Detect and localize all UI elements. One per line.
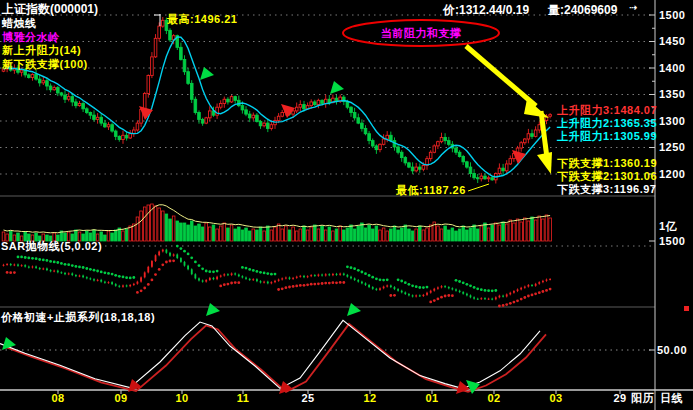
symbol-title: 上证指数(000001) [2, 1, 98, 18]
sar-pane-label: SAR抛物线(5,0.02) [1, 240, 102, 253]
price-tick-1350: 1350 [659, 88, 685, 101]
level-label-1: 上升阻力2:1365.35 [557, 117, 657, 130]
date-label-02: 02 [482, 392, 506, 405]
last-volume: 量:24069609 [548, 2, 617, 19]
level-label-5: 下跌支撑3:1196.97 [557, 183, 656, 196]
price-tick-1400: 1400 [659, 62, 685, 75]
sar-axis-label: 1500 [659, 235, 685, 248]
pointer-icon: ⇢ [629, 1, 638, 14]
date-label-03: 03 [544, 392, 568, 405]
date-label-08: 08 [46, 392, 70, 405]
osc-axis-label: 50.00 [657, 344, 687, 357]
legend-item-1: 博雅分水岭 [2, 31, 60, 44]
price-tick-1250: 1250 [659, 141, 685, 154]
calendar-button[interactable]: 阳历 [631, 392, 654, 405]
price-tick-1500: 1500 [659, 9, 685, 22]
legend-item-0: 蜡烛线 [2, 17, 37, 30]
legend-item-3: 新下跌支撑(100) [2, 58, 88, 71]
date-label-09: 09 [109, 392, 133, 405]
high-label: 最高:1496.21 [167, 13, 237, 26]
price-tick-1200: 1200 [659, 168, 685, 181]
period-button[interactable]: 日线 [660, 392, 683, 405]
price-tick-1450: 1450 [659, 35, 685, 48]
legend-item-2: 新上升阻力(14) [2, 44, 81, 57]
low-label: 最低:1187.26 [396, 184, 466, 197]
stock-terminal-window: 上证指数(000001) 价:1312.44/0.19 量:24069609 ⇢… [0, 0, 693, 410]
osc-pane-label: 价格初速+止损系列(18,18,18) [1, 311, 155, 324]
last-price: 价:1312.44/0.19 [443, 2, 529, 19]
date-label-10: 10 [170, 392, 194, 405]
level-label-0: 上升阻力3:1484.07 [557, 104, 657, 117]
date-label-29: 29 [608, 392, 632, 405]
annotation-oval-label: 当前阻力和支撑 [347, 27, 495, 40]
date-label-01: 01 [420, 392, 444, 405]
level-label-4: 下跌支撑2:1301.06 [557, 170, 657, 183]
chart-canvas[interactable] [0, 0, 693, 410]
price-tick-1300: 1300 [659, 115, 685, 128]
level-label-3: 下跌支撑1:1360.19 [557, 157, 657, 170]
date-label-25: 25 [296, 392, 320, 405]
date-label-11: 11 [231, 392, 255, 405]
vol-axis-label: 1亿 [659, 220, 677, 233]
date-label-12: 12 [358, 392, 382, 405]
level-label-2: 上升阻力1:1305.99 [557, 130, 657, 143]
